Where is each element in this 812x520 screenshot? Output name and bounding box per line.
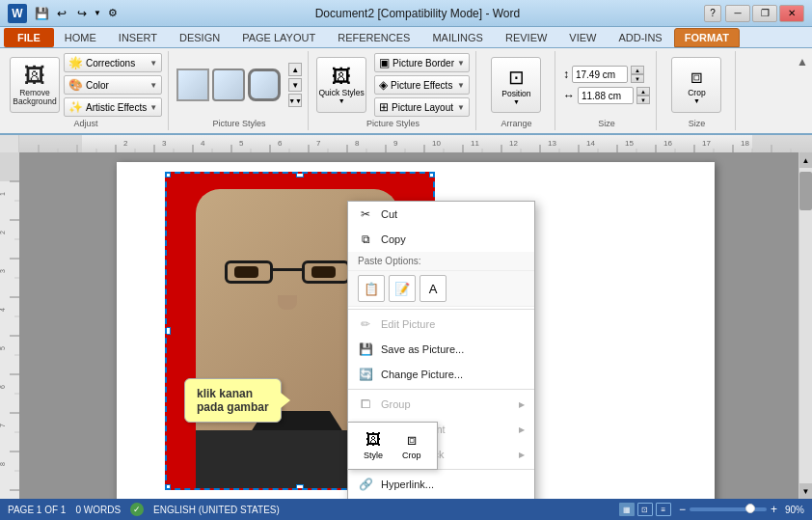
- tab-page-layout[interactable]: PAGE LAYOUT: [231, 28, 326, 47]
- svg-rect-43: [752, 135, 812, 152]
- tab-insert[interactable]: INSERT: [108, 28, 168, 47]
- cut-icon: ✂: [358, 206, 373, 222]
- ctx-edit-picture[interactable]: ✏ Edit Picture: [348, 312, 534, 337]
- restore-button[interactable]: ❐: [752, 5, 777, 22]
- ctx-save-as-picture[interactable]: 💾 Save as Picture...: [348, 337, 534, 362]
- customize-qat-btn[interactable]: ▼: [94, 9, 101, 17]
- height-input[interactable]: [572, 66, 628, 83]
- style-more-btn[interactable]: ▼▼: [288, 94, 302, 107]
- mini-crop-btn[interactable]: ⧈ Crop: [394, 427, 429, 464]
- height-spinner: ▲ ▼: [631, 66, 644, 83]
- picture-border-btn[interactable]: ▣ Picture Border ▼: [374, 53, 470, 72]
- handle-tr[interactable]: [429, 172, 435, 178]
- style-thumb-3[interactable]: [248, 68, 281, 101]
- tab-home[interactable]: HOME: [54, 28, 107, 47]
- page-info: PAGE 1 OF 1: [8, 505, 66, 515]
- handle-tl[interactable]: [165, 172, 171, 178]
- web-layout-btn[interactable]: ≡: [656, 503, 671, 516]
- width-up-btn[interactable]: ▲: [636, 87, 650, 96]
- zoom-level: 90%: [785, 505, 804, 515]
- svg-rect-61: [0, 152, 19, 499]
- paste-option-1[interactable]: 📋: [358, 275, 385, 302]
- arrange-group-content: ⊡ Position ▼: [491, 53, 541, 117]
- zoom-slider-thumb[interactable]: [745, 504, 755, 513]
- tab-view[interactable]: VIEW: [558, 28, 607, 47]
- ruler-corner: [0, 135, 19, 152]
- redo-btn[interactable]: ↪: [73, 5, 91, 22]
- handle-bm[interactable]: [296, 484, 304, 490]
- width-icon: ↔: [563, 89, 575, 102]
- edit-picture-icon: ✏: [358, 316, 373, 332]
- tab-references[interactable]: REFERENCES: [327, 28, 420, 47]
- quick-styles-button[interactable]: 🖼 Quick Styles ▼: [316, 57, 366, 113]
- svg-text:14: 14: [586, 139, 595, 148]
- ctx-group[interactable]: ⧠ Group ▶: [348, 392, 534, 417]
- height-up-btn[interactable]: ▲: [631, 66, 644, 74]
- remove-background-button[interactable]: 🖼 Remove Background: [10, 57, 60, 113]
- scroll-down-btn[interactable]: ▼: [799, 483, 812, 499]
- ctx-copy[interactable]: ⧉ Copy: [348, 227, 534, 252]
- full-reading-btn[interactable]: ⊡: [637, 503, 653, 516]
- group-icon: ⧠: [358, 397, 373, 412]
- mini-style-btn[interactable]: 🖼 Style: [356, 427, 391, 464]
- height-down-btn[interactable]: ▼: [631, 74, 644, 83]
- adjust-buttons: 🌟 Corrections ▼ 🎨 Color ▼ ✨ Artistic Eff…: [64, 53, 162, 117]
- vertical-scrollbar[interactable]: ▲ ▼: [798, 152, 812, 499]
- ctx-hyperlink[interactable]: 🔗 Hyperlink...: [348, 472, 534, 497]
- picture-effects-btn[interactable]: ◈ Picture Effects ▼: [374, 75, 470, 95]
- close-button[interactable]: ✕: [779, 5, 804, 22]
- help-button[interactable]: ?: [704, 5, 721, 22]
- handle-bl[interactable]: [165, 484, 171, 490]
- tab-review[interactable]: REVIEW: [495, 28, 557, 47]
- position-button[interactable]: ⊡ Position ▼: [491, 57, 541, 113]
- artistic-effects-button[interactable]: ✨ Artistic Effects ▼: [64, 97, 162, 117]
- picture-styles-group: ▲ ▼ ▼▼ Picture Styles: [171, 51, 309, 130]
- print-layout-btn[interactable]: ▦: [619, 503, 635, 516]
- scroll-up-btn[interactable]: ▲: [799, 152, 812, 168]
- width-row: ↔ ▲ ▼: [563, 87, 650, 104]
- undo-btn[interactable]: ↩: [53, 5, 70, 22]
- size-group-content: ↕ ▲ ▼ ↔ ▲ ▼: [563, 53, 650, 117]
- style-thumb-1[interactable]: [176, 68, 209, 101]
- corrections-button[interactable]: 🌟 Corrections ▼: [64, 53, 162, 72]
- svg-text:7: 7: [316, 139, 321, 148]
- ctx-insert-caption[interactable]: 💬 Insert Caption...: [348, 497, 534, 499]
- main-area: 1 2 3 4 5 6 7 8: [0, 152, 812, 499]
- tab-design[interactable]: DESIGN: [169, 28, 230, 47]
- style-thumb-2[interactable]: [212, 68, 245, 101]
- paste-option-3[interactable]: A: [420, 275, 447, 302]
- paste-option-2[interactable]: 📝: [389, 275, 416, 302]
- picture-layout-btn[interactable]: ⊞ Picture Layout ▼: [374, 97, 470, 117]
- handle-ml[interactable]: [165, 327, 171, 335]
- ctx-change-picture[interactable]: 🔄 Change Picture...: [348, 362, 534, 387]
- zoom-control: − + 90%: [679, 503, 804, 516]
- zoom-slider[interactable]: [690, 507, 767, 511]
- width-input[interactable]: [578, 87, 634, 104]
- word-icon: W: [8, 4, 27, 23]
- collapse-ribbon-btn[interactable]: ▲: [797, 51, 808, 130]
- svg-text:6: 6: [278, 139, 283, 148]
- tab-format[interactable]: FORMAT: [674, 28, 740, 47]
- horizontal-ruler: 2 3 4 5 6 7 8 9 10 11 12 13 14 15 16 17 …: [19, 135, 812, 151]
- minimize-button[interactable]: ─: [725, 5, 750, 22]
- style-up-btn[interactable]: ▲: [288, 63, 302, 76]
- crop-button[interactable]: ⧈ Crop ▼: [671, 57, 721, 113]
- ribbon-tab-bar: FILE HOME INSERT DESIGN PAGE LAYOUT REFE…: [0, 27, 812, 48]
- zoom-out-btn[interactable]: −: [679, 503, 686, 516]
- style-down-btn[interactable]: ▼: [288, 78, 302, 92]
- mini-style-icon: 🖼: [365, 431, 381, 449]
- width-spinner: ▲ ▼: [636, 87, 650, 104]
- more-btn[interactable]: ⚙: [104, 5, 122, 22]
- width-down-btn[interactable]: ▼: [636, 96, 650, 104]
- tab-mailings[interactable]: MAILINGS: [421, 28, 494, 47]
- zoom-in-btn[interactable]: +: [771, 503, 777, 516]
- save-qat-btn[interactable]: 💾: [33, 5, 50, 22]
- scroll-thumb[interactable]: [799, 172, 812, 210]
- proofing-icon: ✓: [130, 503, 144, 516]
- ctx-cut[interactable]: ✂ Cut: [348, 202, 534, 227]
- tab-file[interactable]: FILE: [4, 28, 54, 47]
- svg-text:18: 18: [741, 139, 749, 148]
- handle-tm[interactable]: [296, 172, 304, 178]
- tab-addins[interactable]: ADD-INS: [608, 28, 672, 47]
- color-button[interactable]: 🎨 Color ▼: [64, 75, 162, 95]
